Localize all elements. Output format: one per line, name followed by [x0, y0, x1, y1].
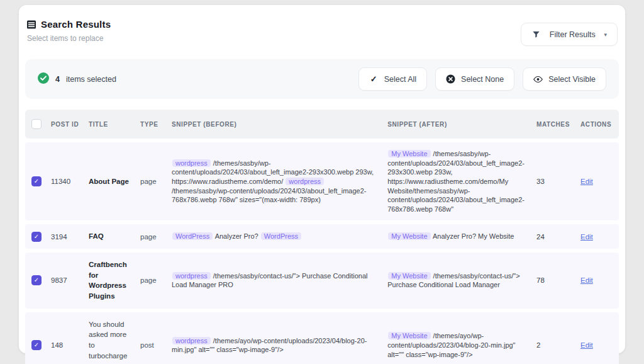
- column-header-snippet-after: SNIPPET (AFTER): [384, 121, 533, 128]
- card-header: Search Results Select items to replace F…: [25, 19, 619, 46]
- snippet-text: /themes/sasby/wp-content/uploads/2024/03…: [172, 187, 366, 204]
- filter-results-button[interactable]: Filter Results ▾: [521, 23, 618, 46]
- highlight-chip: WordPress: [261, 232, 301, 240]
- snippet-text: Analyzer Pro?: [213, 232, 260, 240]
- edit-link[interactable]: Edit: [580, 233, 593, 241]
- highlight-chip: wordpress: [172, 272, 211, 280]
- row-checkbox[interactable]: ✓: [31, 232, 42, 242]
- row-title: FAQ: [86, 231, 137, 242]
- page-subtitle: Select items to replace: [27, 34, 111, 43]
- row-type: page: [137, 178, 169, 185]
- snippet-before: wordpress /themes/ayo/wp-content/uploads…: [169, 336, 384, 355]
- check-icon: ✓: [34, 342, 39, 348]
- search-results-card: Search Results Select items to replace F…: [19, 5, 625, 353]
- table-row: ✓ 9837 Craftbench for Wordpress Plugins …: [25, 253, 619, 309]
- highlight-chip: wordpress: [172, 159, 211, 167]
- select-visible-label: Select Visible: [548, 75, 596, 84]
- highlight-chip: My Website: [388, 332, 430, 339]
- selection-bar: 4 items selected ✓ Select All Select Non…: [25, 59, 619, 99]
- column-header-actions: ACTIONS: [577, 121, 619, 128]
- success-check-icon: [38, 72, 49, 86]
- edit-link[interactable]: Edit: [580, 276, 593, 284]
- post-id: 9837: [48, 276, 86, 284]
- select-all-checkbox[interactable]: [31, 119, 42, 129]
- table-row: ✓ 3194 FAQ page WordPress Analyzer Pro? …: [25, 224, 619, 249]
- match-count: 78: [533, 276, 577, 284]
- chevron-down-icon: ▾: [604, 31, 607, 38]
- row-title: Craftbench for Wordpress Plugins: [86, 259, 137, 302]
- post-id: 3194: [48, 233, 86, 241]
- match-count: 33: [533, 178, 577, 185]
- select-none-button[interactable]: Select None: [435, 67, 514, 91]
- select-all-label: Select All: [384, 75, 416, 84]
- funnel-icon: [531, 30, 541, 38]
- column-header-type: TYPE: [137, 121, 169, 128]
- page-title: Search Results: [41, 19, 111, 30]
- column-header-post-id: POST ID: [48, 121, 86, 128]
- filter-button-label: Filter Results: [550, 30, 596, 39]
- column-header-title: TITLE: [86, 121, 137, 128]
- list-icon: [26, 20, 36, 30]
- row-checkbox[interactable]: ✓: [31, 275, 42, 285]
- row-checkbox[interactable]: ✓: [31, 176, 42, 186]
- table-header-row: POST ID TITLE TYPE SNIPPET (BEFORE) SNIP…: [25, 110, 619, 139]
- select-all-button[interactable]: ✓ Select All: [358, 67, 427, 91]
- snippet-text: Analyzer Pro? My Website: [431, 232, 514, 240]
- row-checkbox[interactable]: ✓: [31, 340, 42, 350]
- table-row: ✓ 148 You should asked more to turbochar…: [25, 312, 619, 364]
- check-icon: ✓: [34, 234, 39, 240]
- snippet-before: WordPress Analyzer Pro? WordPress: [169, 232, 384, 241]
- snippet-after: My Website /themes/sasby/contact-us/"> P…: [384, 271, 533, 290]
- snippet-before: wordpress /themes/sasby/contact-us/"> Pu…: [169, 271, 384, 290]
- snippet-after: My Website Analyzer Pro? My Website: [384, 232, 533, 241]
- highlight-chip: wordpress: [286, 178, 324, 185]
- row-type: page: [137, 276, 169, 284]
- row-type: page: [137, 233, 169, 241]
- highlight-chip: My Website: [388, 150, 430, 157]
- selected-label: items selected: [66, 75, 116, 84]
- table-row: ✓ 11340 About Page page wordpress /theme…: [25, 142, 619, 220]
- select-none-label: Select None: [461, 75, 504, 84]
- check-icon: ✓: [34, 277, 39, 283]
- eye-icon: [533, 76, 543, 83]
- column-header-snippet-before: SNIPPET (BEFORE): [169, 121, 384, 128]
- snippet-text: /themes/sasby/wp-content/uploads/2024/03…: [387, 150, 525, 213]
- row-title: You should asked more to turbocharge my …: [86, 319, 137, 364]
- column-header-matches: MATCHES: [533, 121, 577, 128]
- post-id: 11340: [48, 178, 86, 185]
- row-title: About Page: [86, 176, 137, 187]
- x-circle-icon: [446, 74, 455, 84]
- snippet-after: My Website /themes/ayo/wp-content/upload…: [384, 331, 533, 359]
- check-icon: ✓: [369, 74, 379, 84]
- post-id: 148: [48, 341, 86, 349]
- highlight-chip: My Website: [388, 232, 430, 240]
- selected-count: 4: [55, 75, 60, 84]
- match-count: 24: [533, 233, 577, 241]
- highlight-chip: wordpress: [172, 337, 211, 344]
- snippet-after: My Website /themes/sasby/wp-content/uplo…: [384, 149, 533, 213]
- edit-link[interactable]: Edit: [580, 341, 593, 349]
- row-type: post: [137, 341, 169, 349]
- select-visible-button[interactable]: Select Visible: [523, 67, 606, 91]
- results-table: POST ID TITLE TYPE SNIPPET (BEFORE) SNIP…: [25, 110, 619, 364]
- highlight-chip: WordPress: [172, 232, 213, 240]
- match-count: 2: [533, 341, 577, 349]
- check-icon: ✓: [34, 178, 39, 185]
- snippet-before: wordpress /themes/sasby/wp-content/uploa…: [169, 159, 384, 205]
- highlight-chip: My Website: [388, 272, 430, 280]
- edit-link[interactable]: Edit: [580, 178, 593, 185]
